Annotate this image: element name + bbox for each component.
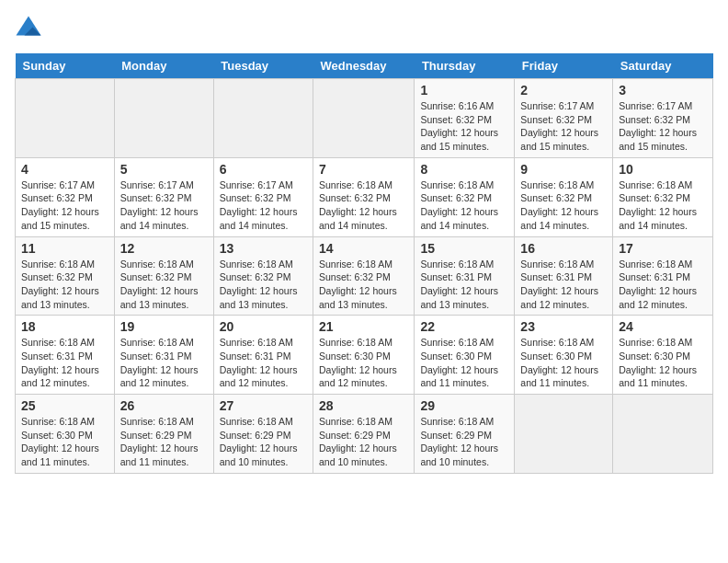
page-header: [15, 15, 713, 42]
day-number: 18: [21, 319, 108, 334]
calendar-cell: 13Sunrise: 6:18 AM Sunset: 6:32 PM Dayli…: [213, 236, 313, 316]
calendar-cell: 5Sunrise: 6:17 AM Sunset: 6:32 PM Daylig…: [114, 157, 213, 236]
calendar-cell: [213, 79, 313, 158]
calendar-cell: 27Sunrise: 6:18 AM Sunset: 6:29 PM Dayli…: [213, 395, 313, 474]
weekday-header-tuesday: Tuesday: [213, 53, 313, 79]
calendar-cell: 25Sunrise: 6:18 AM Sunset: 6:30 PM Dayli…: [16, 395, 115, 474]
day-info: Sunrise: 6:18 AM Sunset: 6:29 PM Dayligh…: [420, 415, 508, 469]
calendar-cell: 24Sunrise: 6:18 AM Sunset: 6:30 PM Dayli…: [613, 316, 713, 395]
calendar-cell: 7Sunrise: 6:18 AM Sunset: 6:32 PM Daylig…: [313, 157, 415, 236]
day-info: Sunrise: 6:18 AM Sunset: 6:31 PM Dayligh…: [220, 336, 307, 390]
day-info: Sunrise: 6:18 AM Sunset: 6:30 PM Dayligh…: [420, 336, 508, 390]
day-info: Sunrise: 6:18 AM Sunset: 6:32 PM Dayligh…: [319, 178, 408, 233]
day-number: 5: [120, 162, 208, 177]
day-info: Sunrise: 6:18 AM Sunset: 6:29 PM Dayligh…: [220, 415, 307, 469]
day-info: Sunrise: 6:18 AM Sunset: 6:32 PM Dayligh…: [220, 258, 307, 312]
calendar-cell: 23Sunrise: 6:18 AM Sunset: 6:30 PM Dayli…: [515, 316, 613, 395]
day-info: Sunrise: 6:18 AM Sunset: 6:30 PM Dayligh…: [21, 415, 108, 469]
calendar-cell: 26Sunrise: 6:18 AM Sunset: 6:29 PM Dayli…: [114, 395, 213, 474]
day-number: 20: [220, 319, 307, 334]
weekday-header-sunday: Sunday: [16, 53, 115, 79]
day-number: 27: [220, 398, 307, 413]
logo-icon: [15, 15, 42, 42]
calendar-cell: 17Sunrise: 6:18 AM Sunset: 6:31 PM Dayli…: [613, 236, 713, 316]
calendar-cell: [515, 395, 613, 474]
day-number: 7: [319, 162, 408, 177]
calendar-cell: 1Sunrise: 6:16 AM Sunset: 6:32 PM Daylig…: [415, 79, 515, 158]
day-number: 4: [21, 162, 108, 177]
weekday-header-monday: Monday: [114, 53, 213, 79]
weekday-header-friday: Friday: [515, 53, 613, 79]
calendar-cell: 6Sunrise: 6:17 AM Sunset: 6:32 PM Daylig…: [213, 157, 313, 236]
day-number: 22: [420, 319, 508, 334]
day-info: Sunrise: 6:18 AM Sunset: 6:30 PM Dayligh…: [619, 336, 707, 390]
day-info: Sunrise: 6:18 AM Sunset: 6:30 PM Dayligh…: [520, 336, 607, 390]
day-info: Sunrise: 6:18 AM Sunset: 6:32 PM Dayligh…: [520, 178, 607, 233]
calendar-cell: 22Sunrise: 6:18 AM Sunset: 6:30 PM Dayli…: [415, 316, 515, 395]
weekday-header-thursday: Thursday: [415, 53, 515, 79]
calendar-cell: 19Sunrise: 6:18 AM Sunset: 6:31 PM Dayli…: [114, 316, 213, 395]
calendar-cell: 20Sunrise: 6:18 AM Sunset: 6:31 PM Dayli…: [213, 316, 313, 395]
weekday-header-saturday: Saturday: [613, 53, 713, 79]
day-info: Sunrise: 6:18 AM Sunset: 6:32 PM Dayligh…: [619, 178, 707, 233]
day-info: Sunrise: 6:18 AM Sunset: 6:31 PM Dayligh…: [21, 336, 108, 390]
day-info: Sunrise: 6:18 AM Sunset: 6:31 PM Dayligh…: [619, 258, 707, 312]
day-info: Sunrise: 6:17 AM Sunset: 6:32 PM Dayligh…: [520, 99, 607, 154]
day-info: Sunrise: 6:18 AM Sunset: 6:29 PM Dayligh…: [319, 415, 408, 469]
day-info: Sunrise: 6:18 AM Sunset: 6:31 PM Dayligh…: [420, 258, 508, 312]
calendar-cell: 11Sunrise: 6:18 AM Sunset: 6:32 PM Dayli…: [16, 236, 115, 316]
calendar-week-row: 4Sunrise: 6:17 AM Sunset: 6:32 PM Daylig…: [16, 157, 713, 236]
day-info: Sunrise: 6:18 AM Sunset: 6:32 PM Dayligh…: [319, 258, 408, 312]
calendar-week-row: 1Sunrise: 6:16 AM Sunset: 6:32 PM Daylig…: [16, 79, 713, 158]
calendar-week-row: 25Sunrise: 6:18 AM Sunset: 6:30 PM Dayli…: [16, 395, 713, 474]
day-info: Sunrise: 6:17 AM Sunset: 6:32 PM Dayligh…: [21, 178, 108, 233]
calendar-cell: 16Sunrise: 6:18 AM Sunset: 6:31 PM Dayli…: [515, 236, 613, 316]
day-number: 28: [319, 398, 408, 413]
calendar-week-row: 11Sunrise: 6:18 AM Sunset: 6:32 PM Dayli…: [16, 236, 713, 316]
day-number: 16: [520, 241, 607, 256]
calendar-cell: 15Sunrise: 6:18 AM Sunset: 6:31 PM Dayli…: [415, 236, 515, 316]
day-info: Sunrise: 6:18 AM Sunset: 6:31 PM Dayligh…: [120, 336, 208, 390]
day-number: 6: [220, 162, 307, 177]
calendar-cell: 18Sunrise: 6:18 AM Sunset: 6:31 PM Dayli…: [16, 316, 115, 395]
day-number: 21: [319, 319, 408, 334]
calendar-cell: 10Sunrise: 6:18 AM Sunset: 6:32 PM Dayli…: [613, 157, 713, 236]
day-number: 10: [619, 162, 707, 177]
day-number: 23: [520, 319, 607, 334]
day-number: 13: [220, 241, 307, 256]
day-number: 17: [619, 241, 707, 256]
day-number: 2: [520, 83, 607, 98]
calendar-cell: [114, 79, 213, 158]
day-info: Sunrise: 6:17 AM Sunset: 6:32 PM Dayligh…: [120, 178, 208, 233]
calendar-cell: 9Sunrise: 6:18 AM Sunset: 6:32 PM Daylig…: [515, 157, 613, 236]
calendar-cell: [313, 79, 415, 158]
day-number: 29: [420, 398, 508, 413]
day-info: Sunrise: 6:18 AM Sunset: 6:30 PM Dayligh…: [319, 336, 408, 390]
day-info: Sunrise: 6:18 AM Sunset: 6:32 PM Dayligh…: [420, 178, 508, 233]
calendar-cell: 8Sunrise: 6:18 AM Sunset: 6:32 PM Daylig…: [415, 157, 515, 236]
day-info: Sunrise: 6:18 AM Sunset: 6:32 PM Dayligh…: [21, 258, 108, 312]
calendar-cell: 21Sunrise: 6:18 AM Sunset: 6:30 PM Dayli…: [313, 316, 415, 395]
day-info: Sunrise: 6:18 AM Sunset: 6:29 PM Dayligh…: [120, 415, 208, 469]
calendar-cell: 28Sunrise: 6:18 AM Sunset: 6:29 PM Dayli…: [313, 395, 415, 474]
calendar-cell: 3Sunrise: 6:17 AM Sunset: 6:32 PM Daylig…: [613, 79, 713, 158]
day-info: Sunrise: 6:16 AM Sunset: 6:32 PM Dayligh…: [420, 99, 508, 154]
day-info: Sunrise: 6:18 AM Sunset: 6:31 PM Dayligh…: [520, 258, 607, 312]
logo: [15, 15, 46, 42]
calendar-cell: 29Sunrise: 6:18 AM Sunset: 6:29 PM Dayli…: [415, 395, 515, 474]
calendar-cell: 14Sunrise: 6:18 AM Sunset: 6:32 PM Dayli…: [313, 236, 415, 316]
calendar-cell: 12Sunrise: 6:18 AM Sunset: 6:32 PM Dayli…: [114, 236, 213, 316]
day-number: 12: [120, 241, 208, 256]
calendar-week-row: 18Sunrise: 6:18 AM Sunset: 6:31 PM Dayli…: [16, 316, 713, 395]
day-info: Sunrise: 6:18 AM Sunset: 6:32 PM Dayligh…: [120, 258, 208, 312]
weekday-header-wednesday: Wednesday: [313, 53, 415, 79]
calendar-table: SundayMondayTuesdayWednesdayThursdayFrid…: [15, 53, 713, 474]
day-info: Sunrise: 6:17 AM Sunset: 6:32 PM Dayligh…: [619, 99, 707, 154]
day-info: Sunrise: 6:17 AM Sunset: 6:32 PM Dayligh…: [220, 178, 307, 233]
day-number: 26: [120, 398, 208, 413]
day-number: 25: [21, 398, 108, 413]
calendar-cell: [16, 79, 115, 158]
calendar-cell: 2Sunrise: 6:17 AM Sunset: 6:32 PM Daylig…: [515, 79, 613, 158]
weekday-header-row: SundayMondayTuesdayWednesdayThursdayFrid…: [16, 53, 713, 79]
calendar-cell: 4Sunrise: 6:17 AM Sunset: 6:32 PM Daylig…: [16, 157, 115, 236]
